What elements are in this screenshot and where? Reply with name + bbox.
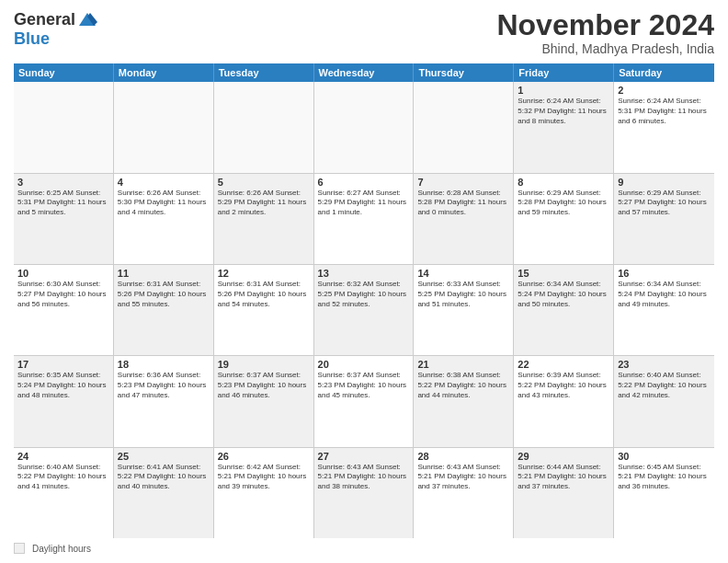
day-of-week-friday: Friday (514, 63, 614, 82)
day-cell-17: 17Sunrise: 6:35 AM Sunset: 5:24 PM Dayli… (14, 356, 114, 446)
day-detail: Sunrise: 6:35 AM Sunset: 5:24 PM Dayligh… (17, 371, 109, 400)
day-number: 13 (318, 268, 410, 279)
day-detail: Sunrise: 6:34 AM Sunset: 5:24 PM Dayligh… (518, 280, 609, 309)
day-number: 3 (17, 177, 109, 188)
page-header: General Blue November 2024 Bhind, Madhya… (14, 9, 714, 56)
day-detail: Sunrise: 6:26 AM Sunset: 5:29 PM Dayligh… (218, 189, 310, 218)
day-number: 29 (518, 451, 609, 462)
day-number: 23 (618, 359, 711, 370)
day-cell-29: 29Sunrise: 6:44 AM Sunset: 5:21 PM Dayli… (514, 448, 614, 538)
day-cell-8: 8Sunrise: 6:29 AM Sunset: 5:28 PM Daylig… (514, 174, 614, 264)
day-cell-4: 4Sunrise: 6:26 AM Sunset: 5:30 PM Daylig… (114, 174, 214, 264)
day-number: 15 (518, 268, 609, 279)
day-cell-11: 11Sunrise: 6:31 AM Sunset: 5:26 PM Dayli… (114, 265, 214, 355)
day-cell-13: 13Sunrise: 6:32 AM Sunset: 5:25 PM Dayli… (314, 265, 415, 355)
logo-general: General (14, 10, 75, 29)
day-detail: Sunrise: 6:43 AM Sunset: 5:21 PM Dayligh… (318, 463, 410, 492)
day-number: 2 (618, 85, 711, 96)
day-cell-25: 25Sunrise: 6:41 AM Sunset: 5:22 PM Dayli… (114, 448, 214, 538)
logo-blue: Blue (14, 29, 50, 49)
day-number: 17 (17, 359, 109, 370)
day-of-week-thursday: Thursday (414, 63, 514, 82)
day-detail: Sunrise: 6:32 AM Sunset: 5:25 PM Dayligh… (318, 280, 410, 309)
day-number: 14 (417, 268, 509, 279)
day-cell-2: 2Sunrise: 6:24 AM Sunset: 5:31 PM Daylig… (614, 82, 714, 172)
week-row-5: 24Sunrise: 6:40 AM Sunset: 5:22 PM Dayli… (14, 448, 714, 538)
day-cell-30: 30Sunrise: 6:45 AM Sunset: 5:21 PM Dayli… (614, 448, 714, 538)
day-number: 30 (618, 451, 711, 462)
day-cell-5: 5Sunrise: 6:26 AM Sunset: 5:29 PM Daylig… (214, 174, 314, 264)
day-number: 20 (318, 359, 410, 370)
day-cell-10: 10Sunrise: 6:30 AM Sunset: 5:27 PM Dayli… (14, 265, 114, 355)
empty-cell (314, 82, 415, 172)
day-cell-23: 23Sunrise: 6:40 AM Sunset: 5:22 PM Dayli… (614, 356, 714, 446)
day-cell-22: 22Sunrise: 6:39 AM Sunset: 5:22 PM Dayli… (514, 356, 614, 446)
day-number: 10 (17, 268, 109, 279)
day-cell-6: 6Sunrise: 6:27 AM Sunset: 5:29 PM Daylig… (314, 174, 415, 264)
logo: General Blue (14, 9, 97, 49)
day-number: 6 (318, 177, 410, 188)
legend-box (14, 543, 25, 554)
week-row-1: 1Sunrise: 6:24 AM Sunset: 5:32 PM Daylig… (14, 82, 714, 173)
day-cell-24: 24Sunrise: 6:40 AM Sunset: 5:22 PM Dayli… (14, 448, 114, 538)
day-number: 12 (218, 268, 310, 279)
day-cell-7: 7Sunrise: 6:28 AM Sunset: 5:28 PM Daylig… (414, 174, 514, 264)
day-number: 16 (618, 268, 711, 279)
day-detail: Sunrise: 6:27 AM Sunset: 5:29 PM Dayligh… (318, 189, 410, 218)
day-detail: Sunrise: 6:29 AM Sunset: 5:27 PM Dayligh… (618, 189, 711, 218)
day-number: 11 (118, 268, 210, 279)
day-of-week-sunday: Sunday (14, 63, 114, 82)
day-detail: Sunrise: 6:25 AM Sunset: 5:31 PM Dayligh… (17, 189, 109, 218)
day-number: 9 (618, 177, 711, 188)
day-cell-15: 15Sunrise: 6:34 AM Sunset: 5:24 PM Dayli… (514, 265, 614, 355)
day-cell-21: 21Sunrise: 6:38 AM Sunset: 5:22 PM Dayli… (414, 356, 514, 446)
day-detail: Sunrise: 6:34 AM Sunset: 5:24 PM Dayligh… (618, 280, 711, 309)
day-detail: Sunrise: 6:37 AM Sunset: 5:23 PM Dayligh… (218, 371, 310, 400)
month-title: November 2024 (496, 9, 714, 41)
day-number: 21 (417, 359, 509, 370)
day-cell-9: 9Sunrise: 6:29 AM Sunset: 5:27 PM Daylig… (614, 174, 714, 264)
day-detail: Sunrise: 6:45 AM Sunset: 5:21 PM Dayligh… (618, 463, 711, 492)
day-detail: Sunrise: 6:42 AM Sunset: 5:21 PM Dayligh… (218, 463, 310, 492)
day-detail: Sunrise: 6:28 AM Sunset: 5:28 PM Dayligh… (417, 189, 509, 218)
day-cell-27: 27Sunrise: 6:43 AM Sunset: 5:21 PM Dayli… (314, 448, 415, 538)
day-number: 22 (518, 359, 609, 370)
day-detail: Sunrise: 6:31 AM Sunset: 5:26 PM Dayligh… (218, 280, 310, 309)
day-number: 25 (118, 451, 210, 462)
day-cell-20: 20Sunrise: 6:37 AM Sunset: 5:23 PM Dayli… (314, 356, 415, 446)
day-number: 8 (518, 177, 609, 188)
day-number: 1 (518, 85, 609, 96)
day-of-week-saturday: Saturday (614, 63, 714, 82)
day-cell-19: 19Sunrise: 6:37 AM Sunset: 5:23 PM Dayli… (214, 356, 314, 446)
day-detail: Sunrise: 6:38 AM Sunset: 5:22 PM Dayligh… (417, 371, 509, 400)
title-section: November 2024 Bhind, Madhya Pradesh, Ind… (496, 9, 714, 56)
day-of-week-tuesday: Tuesday (214, 63, 314, 82)
day-cell-28: 28Sunrise: 6:43 AM Sunset: 5:21 PM Dayli… (414, 448, 514, 538)
empty-cell (414, 82, 514, 172)
week-row-2: 3Sunrise: 6:25 AM Sunset: 5:31 PM Daylig… (14, 174, 714, 265)
legend: Daylight hours (14, 543, 714, 554)
location: Bhind, Madhya Pradesh, India (496, 41, 714, 56)
day-detail: Sunrise: 6:40 AM Sunset: 5:22 PM Dayligh… (17, 463, 109, 492)
day-cell-16: 16Sunrise: 6:34 AM Sunset: 5:24 PM Dayli… (614, 265, 714, 355)
day-detail: Sunrise: 6:29 AM Sunset: 5:28 PM Dayligh… (518, 189, 609, 218)
day-of-week-wednesday: Wednesday (314, 63, 415, 82)
day-detail: Sunrise: 6:24 AM Sunset: 5:31 PM Dayligh… (618, 97, 711, 126)
empty-cell (214, 82, 314, 172)
day-detail: Sunrise: 6:33 AM Sunset: 5:25 PM Dayligh… (417, 280, 509, 309)
day-number: 4 (118, 177, 210, 188)
day-detail: Sunrise: 6:43 AM Sunset: 5:21 PM Dayligh… (417, 463, 509, 492)
week-row-4: 17Sunrise: 6:35 AM Sunset: 5:24 PM Dayli… (14, 356, 714, 447)
day-detail: Sunrise: 6:37 AM Sunset: 5:23 PM Dayligh… (318, 371, 410, 400)
day-cell-3: 3Sunrise: 6:25 AM Sunset: 5:31 PM Daylig… (14, 174, 114, 264)
day-of-week-monday: Monday (114, 63, 214, 82)
calendar: SundayMondayTuesdayWednesdayThursdayFrid… (14, 63, 714, 538)
day-detail: Sunrise: 6:31 AM Sunset: 5:26 PM Dayligh… (118, 280, 210, 309)
day-detail: Sunrise: 6:24 AM Sunset: 5:32 PM Dayligh… (518, 97, 609, 126)
day-number: 28 (417, 451, 509, 462)
logo-icon (77, 9, 97, 29)
day-number: 24 (17, 451, 109, 462)
day-cell-14: 14Sunrise: 6:33 AM Sunset: 5:25 PM Dayli… (414, 265, 514, 355)
day-cell-26: 26Sunrise: 6:42 AM Sunset: 5:21 PM Dayli… (214, 448, 314, 538)
calendar-header: SundayMondayTuesdayWednesdayThursdayFrid… (14, 63, 714, 82)
